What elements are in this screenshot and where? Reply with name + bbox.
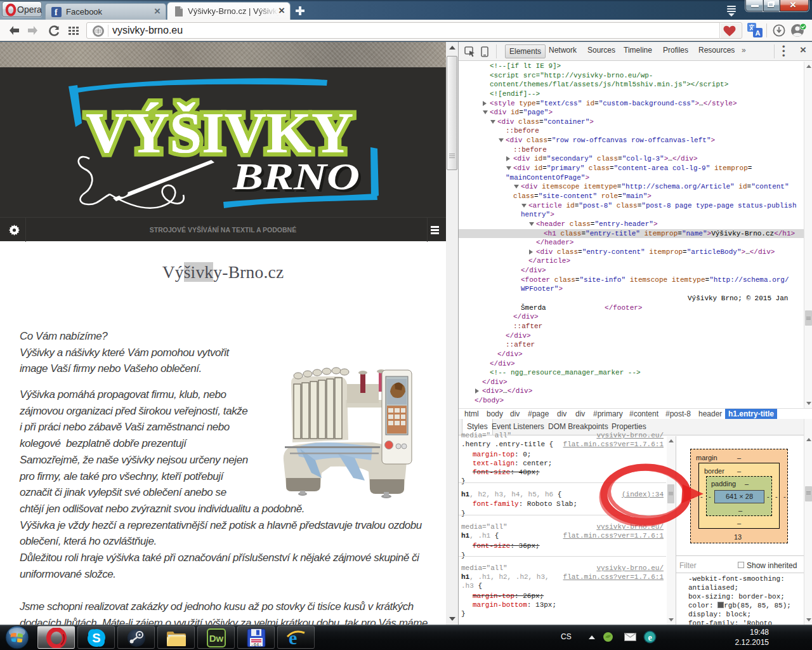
svg-text:A: A	[756, 29, 761, 37]
svg-text:S: S	[92, 631, 100, 645]
svg-text:-64-: -64-	[251, 642, 262, 647]
svg-text:Dw: Dw	[209, 633, 224, 644]
svg-text:e: e	[648, 633, 652, 642]
svg-text:BRNO: BRNO	[232, 156, 360, 197]
